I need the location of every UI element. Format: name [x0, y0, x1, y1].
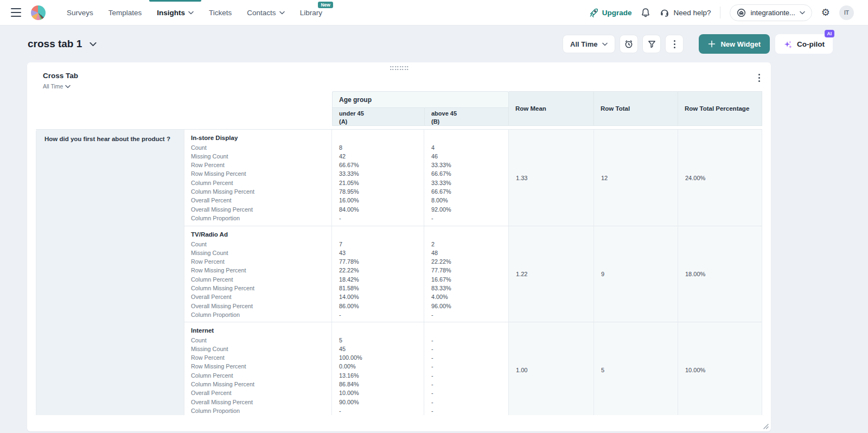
- page-title-dropdown[interactable]: [90, 42, 97, 47]
- widget-title: Cross Tab: [43, 72, 78, 80]
- metric-value: 81.58%: [339, 284, 417, 292]
- metric-value: -: [339, 406, 417, 415]
- nav-item-contacts[interactable]: Contacts: [246, 0, 285, 26]
- user-avatar[interactable]: IT: [839, 5, 854, 20]
- plus-icon: [708, 40, 716, 48]
- metric-value: 86.00%: [339, 302, 417, 310]
- value-cell-a: 545100.00%0.00%13.16%86.84%10.00%90.00%-: [332, 322, 424, 415]
- metric-label: Column Missing Percent: [191, 380, 325, 389]
- metric-value: 22.22%: [339, 266, 417, 275]
- metric-value: 4: [431, 143, 501, 152]
- new-badge: New: [318, 2, 333, 9]
- metric-value: 45: [339, 345, 417, 353]
- metric-value: 77.78%: [339, 257, 417, 266]
- chevron-down-icon: [90, 42, 97, 47]
- more-options-button[interactable]: [665, 35, 684, 53]
- metric-value: 16.00%: [339, 196, 417, 205]
- nav-item-insights[interactable]: Insights: [156, 0, 195, 26]
- metric-label: Overall Missing Percent: [191, 302, 325, 310]
- metric-value: 4.00%: [431, 292, 501, 301]
- metric-label: Overall Percent: [191, 292, 325, 301]
- main-nav: Surveys Templates Insights Tickets Conta…: [66, 0, 323, 26]
- widget-drag-handle[interactable]: [390, 66, 409, 70]
- copilot-button[interactable]: Co-pilot AI: [775, 34, 833, 54]
- metric-labels-cell: In-store DisplayCountMissing CountRow Pe…: [184, 130, 332, 226]
- organization-icon: [737, 8, 746, 17]
- widget-menu-button[interactable]: [758, 74, 760, 82]
- metric-value: 14.00%: [339, 292, 417, 301]
- nav-item-surveys[interactable]: Surveys: [66, 0, 94, 26]
- metric-labels-cell: InternetCountMissing CountRow PercentRow…: [184, 322, 332, 415]
- row-total-cell: 5: [594, 322, 678, 415]
- notifications-bell-icon[interactable]: [641, 8, 650, 17]
- hamburger-menu-icon[interactable]: [11, 8, 23, 17]
- crosstab-body: How did you first hear about the product…: [36, 129, 762, 415]
- chevron-down-icon: [602, 42, 608, 46]
- new-widget-button[interactable]: New Widget: [699, 34, 770, 54]
- time-filter-dropdown[interactable]: All Time: [563, 35, 615, 53]
- insights-toolbar: All Time New Widget Co-pilot AI: [563, 34, 833, 54]
- metric-label: Missing Count: [191, 152, 325, 161]
- value-cell-a: 74377.78%22.22%18.42%81.58%14.00%86.00%-: [332, 226, 424, 322]
- filter-button[interactable]: [642, 35, 661, 53]
- headset-icon: [660, 8, 669, 17]
- nav-item-library[interactable]: Library New: [299, 0, 323, 26]
- metric-label: Row Missing Percent: [191, 169, 325, 178]
- sparkle-icon: [783, 40, 793, 49]
- page-title: cross tab 1: [28, 38, 82, 50]
- kebab-icon: [674, 40, 675, 48]
- metric-labels-cell: TV/Radio AdCountMissing CountRow Percent…: [184, 226, 332, 322]
- metric-value: 42: [339, 152, 417, 161]
- schedule-button[interactable]: [620, 35, 638, 53]
- metric-value: 66.67%: [431, 187, 501, 196]
- metric-value: -: [431, 398, 501, 406]
- question-cell: How did you first hear about the product…: [36, 130, 184, 415]
- value-cell-b: 44633.33%66.67%33.33%66.67%8.00%92.00%-: [424, 130, 509, 226]
- metric-label: Row Percent: [191, 161, 325, 169]
- column-header-row-total-percentage: Row Total Percentage: [678, 91, 762, 126]
- metric-value: 33.33%: [431, 161, 501, 169]
- metric-label: Column Percent: [191, 275, 325, 284]
- row-mean-cell: 1.00: [509, 322, 594, 415]
- nav-item-tickets[interactable]: Tickets: [208, 0, 233, 26]
- row-mean-cell: 1.33: [509, 130, 594, 226]
- row-total-cell: 12: [594, 130, 678, 226]
- widget-time-filter[interactable]: All Time: [43, 83, 71, 90]
- chevron-down-icon: [65, 85, 71, 88]
- row-total-percentage-cell: 24.00%: [678, 130, 762, 226]
- metric-value: 8.00%: [431, 196, 501, 205]
- ai-badge: AI: [825, 30, 835, 37]
- value-cell-b: ---------: [424, 322, 509, 415]
- divider: [720, 7, 720, 18]
- resize-handle[interactable]: [763, 423, 769, 430]
- value-cell-a: 84266.67%33.33%21.05%78.95%16.00%84.00%-: [332, 130, 424, 226]
- metric-value: -: [339, 310, 417, 319]
- metric-label: Row Missing Percent: [191, 362, 325, 371]
- value-cell-b: 24822.22%77.78%16.67%83.33%4.00%96.00%-: [424, 226, 509, 322]
- need-help-button[interactable]: Need help?: [660, 8, 711, 17]
- row-total-cell: 9: [594, 226, 678, 322]
- metric-value: 33.33%: [339, 169, 417, 178]
- metric-value: 7: [339, 240, 417, 249]
- metric-value: -: [431, 336, 501, 345]
- row-total-percentage-cell: 18.00%: [678, 226, 762, 322]
- settings-gear-icon[interactable]: ⚙: [821, 8, 830, 17]
- alarm-clock-icon: [624, 39, 634, 49]
- metric-value: -: [339, 214, 417, 222]
- metric-value: 78.95%: [339, 187, 417, 196]
- column-group-header: Age group: [332, 91, 509, 107]
- metric-value: 2: [431, 240, 501, 249]
- metric-value: -: [431, 380, 501, 389]
- column-header-row-mean: Row Mean: [509, 91, 594, 126]
- rocket-icon: [589, 8, 598, 17]
- crosstab-widget-card: Cross Tab All Time Age group under 45 (A…: [27, 62, 771, 431]
- metric-label: Column Proportion: [191, 406, 325, 415]
- upgrade-button[interactable]: Upgrade: [589, 8, 632, 17]
- metric-value: -: [431, 389, 501, 397]
- metric-value: 16.67%: [431, 275, 501, 284]
- app-logo-pie-icon[interactable]: [31, 5, 46, 20]
- nav-item-templates[interactable]: Templates: [107, 0, 143, 26]
- metric-value: 66.67%: [431, 169, 501, 178]
- metric-value: -: [431, 362, 501, 371]
- account-switcher[interactable]: integrationte...: [730, 4, 812, 21]
